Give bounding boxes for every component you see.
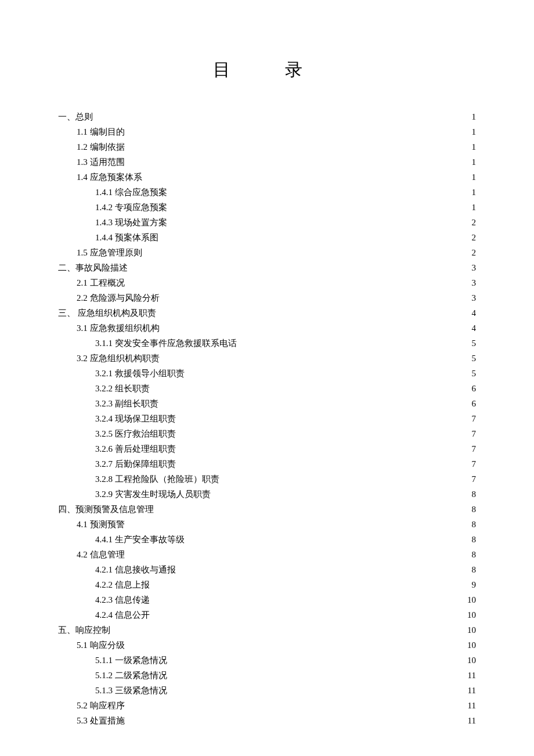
toc-label: 3.2.1 救援领导小组职责 bbox=[95, 366, 185, 380]
toc-row: 1.4.2 专项应急预案1 bbox=[58, 200, 476, 214]
toc-page-number: 1 bbox=[464, 110, 476, 124]
toc-page-number: 6 bbox=[464, 397, 476, 411]
toc-row: 4.2.1 信息接收与通报8 bbox=[58, 563, 476, 577]
toc-row: 3.2.6 善后处理组职责7 bbox=[58, 442, 476, 456]
toc-row: 1.1 编制目的1 bbox=[58, 125, 476, 139]
toc-page-number: 3 bbox=[464, 261, 476, 275]
toc-label: 5.2 响应程序 bbox=[77, 699, 125, 712]
toc-row: 2.2 危险源与风险分析3 bbox=[58, 291, 476, 305]
toc-page-number: 1 bbox=[464, 170, 476, 184]
toc-page-number: 1 bbox=[464, 200, 476, 214]
toc-label: 5.1.1 一级紧急情况 bbox=[95, 653, 167, 667]
toc-page-number: 11 bbox=[464, 668, 476, 682]
toc-label: 5.1.2 二级紧急情况 bbox=[95, 668, 167, 682]
toc-label: 1.4.1 综合应急预案 bbox=[95, 185, 167, 199]
toc-page-number: 11 bbox=[464, 699, 476, 712]
toc-row: 3.2.7 后勤保障组职责7 bbox=[58, 457, 476, 471]
toc-row: 5.1.2 二级紧急情况11 bbox=[58, 668, 476, 682]
toc-row: 4.4.1 生产安全事故等级8 bbox=[58, 532, 476, 546]
toc-row: 3.2.8 工程抢险队（抢险班）职责7 bbox=[58, 472, 476, 486]
toc-page-number: 10 bbox=[464, 623, 476, 637]
toc-label: 1.4.4 预案体系图 bbox=[95, 231, 158, 244]
toc-page-number: 3 bbox=[464, 291, 476, 305]
toc-label: 2.1 工程概况 bbox=[77, 276, 125, 290]
toc-page-number: 8 bbox=[464, 548, 476, 561]
toc-row: 三、 应急组织机构及职责4 bbox=[58, 306, 476, 320]
toc-page-number: 8 bbox=[464, 517, 476, 531]
toc-label: 三、 应急组织机构及职责 bbox=[58, 306, 156, 320]
toc-label: 3.2.5 医疗救治组职责 bbox=[95, 427, 176, 441]
toc-label: 3.1 应急救援组织机构 bbox=[77, 321, 160, 335]
toc-row: 二、事故风险描述3 bbox=[58, 261, 476, 275]
toc-row: 1.5 应急管理原则2 bbox=[58, 246, 476, 260]
toc-row: 四、预测预警及信息管理8 bbox=[58, 502, 476, 516]
toc-row: 3.2.9 灾害发生时现场人员职责8 bbox=[58, 487, 476, 501]
toc-row: 2.1 工程概况3 bbox=[58, 276, 476, 290]
toc-row: 5.1.1 一级紧急情况10 bbox=[58, 653, 476, 667]
toc-label: 3.2.9 灾害发生时现场人员职责 bbox=[95, 487, 211, 501]
toc-label: 4.2.4 信息公开 bbox=[95, 608, 150, 622]
toc-label: 4.1 预测预警 bbox=[77, 517, 125, 531]
toc-page-number: 2 bbox=[464, 246, 476, 260]
toc-label: 3.2.3 副组长职责 bbox=[95, 397, 158, 411]
toc-label: 1.5 应急管理原则 bbox=[77, 246, 142, 260]
toc-label: 二、事故风险描述 bbox=[58, 261, 128, 275]
toc-label: 1.1 编制目的 bbox=[77, 125, 125, 139]
toc-row: 3.2.3 副组长职责6 bbox=[58, 397, 476, 411]
toc-row: 3.2.2 组长职责6 bbox=[58, 381, 476, 395]
toc-page-number: 4 bbox=[464, 321, 476, 335]
toc-label: 5.1.3 三级紧急情况 bbox=[95, 683, 167, 697]
toc-label: 3.2.8 工程抢险队（抢险班）职责 bbox=[95, 472, 219, 486]
toc-page-number: 2 bbox=[464, 215, 476, 229]
toc-page-number: 5 bbox=[464, 351, 476, 365]
toc-row: 4.2.4 信息公开10 bbox=[58, 608, 476, 622]
toc-page-number: 6 bbox=[464, 381, 476, 395]
toc-page-number: 10 bbox=[464, 593, 476, 607]
toc-row: 1.2 编制依据1 bbox=[58, 140, 476, 154]
toc-label: 4.2 信息管理 bbox=[77, 548, 125, 561]
toc-page-number: 5 bbox=[464, 366, 476, 380]
toc-row: 4.1 预测预警8 bbox=[58, 517, 476, 531]
toc-label: 1.2 编制依据 bbox=[77, 140, 125, 154]
toc-page-number: 8 bbox=[464, 563, 476, 577]
toc-page-number: 7 bbox=[464, 442, 476, 456]
toc-row: 5.1 响应分级10 bbox=[58, 638, 476, 652]
toc-page-number: 10 bbox=[464, 653, 476, 667]
toc-page-number: 3 bbox=[464, 276, 476, 290]
toc-label: 1.3 适用范围 bbox=[77, 155, 125, 169]
toc-label: 2.2 危险源与风险分析 bbox=[77, 291, 160, 305]
toc-row: 3.1 应急救援组织机构4 bbox=[58, 321, 476, 335]
toc-row: 1.4.4 预案体系图2 bbox=[58, 231, 476, 244]
toc-label: 5.1 响应分级 bbox=[77, 638, 125, 652]
toc-row: 1.3 适用范围1 bbox=[58, 155, 476, 169]
toc-row: 3.2.5 医疗救治组职责7 bbox=[58, 427, 476, 441]
page-title: 目 录 bbox=[58, 58, 476, 82]
toc-label: 四、预测预警及信息管理 bbox=[58, 502, 154, 516]
toc-page-number: 1 bbox=[464, 185, 476, 199]
toc-label: 3.2.7 后勤保障组职责 bbox=[95, 457, 176, 471]
toc-page-number: 10 bbox=[464, 608, 476, 622]
toc-label: 五、响应控制 bbox=[58, 623, 110, 637]
toc-label: 3.2.6 善后处理组职责 bbox=[95, 442, 176, 456]
toc-row: 1.4.3 现场处置方案2 bbox=[58, 215, 476, 229]
toc-row: 4.2.3 信息传递10 bbox=[58, 593, 476, 607]
toc-page-number: 1 bbox=[464, 140, 476, 154]
toc-label: 3.2 应急组织机构职责 bbox=[77, 351, 160, 365]
toc-label: 4.4.1 生产安全事故等级 bbox=[95, 532, 185, 546]
toc-page-number: 8 bbox=[464, 487, 476, 501]
toc-page-number: 10 bbox=[464, 638, 476, 652]
toc-label: 3.2.2 组长职责 bbox=[95, 381, 150, 395]
toc-page-number: 11 bbox=[464, 683, 476, 697]
toc-page-number: 8 bbox=[464, 502, 476, 516]
table-of-contents: 一、总则11.1 编制目的11.2 编制依据11.3 适用范围11.4 应急预案… bbox=[58, 110, 476, 728]
toc-row: 1.4 应急预案体系1 bbox=[58, 170, 476, 184]
toc-page-number: 5 bbox=[464, 336, 476, 350]
toc-page-number: 7 bbox=[464, 472, 476, 486]
toc-page-number: 11 bbox=[464, 714, 476, 728]
toc-label: 4.2.1 信息接收与通报 bbox=[95, 563, 176, 577]
toc-page-number: 8 bbox=[464, 532, 476, 546]
toc-page-number: 9 bbox=[464, 578, 476, 592]
toc-page-number: 7 bbox=[464, 457, 476, 471]
toc-row: 1.4.1 综合应急预案1 bbox=[58, 185, 476, 199]
toc-row: 五、响应控制10 bbox=[58, 623, 476, 637]
